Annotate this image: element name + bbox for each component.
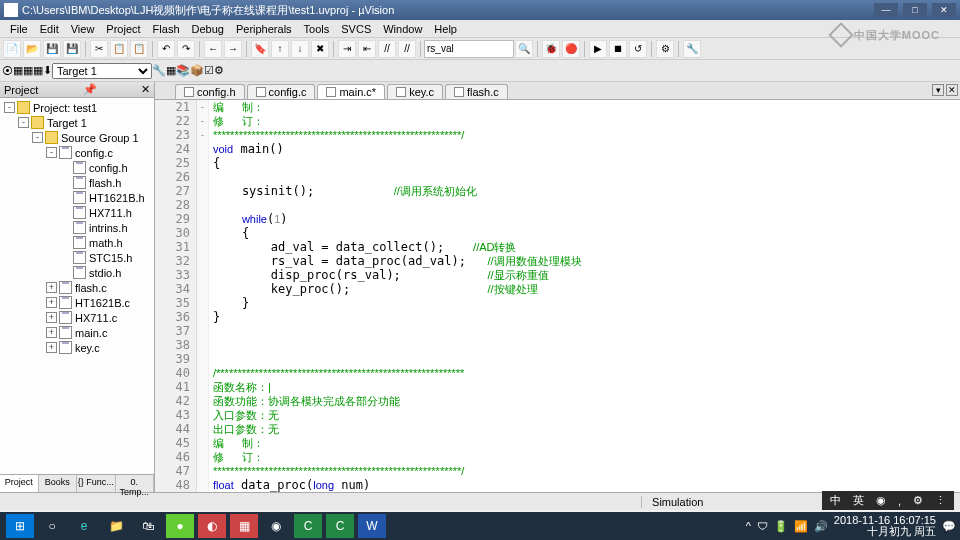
options-button[interactable]: 🔧: [152, 64, 166, 77]
ime-toolbar[interactable]: 中 英 ◉ , ⚙ ⋮: [822, 491, 954, 510]
word-icon[interactable]: W: [358, 514, 386, 538]
search-button[interactable]: ○: [38, 514, 66, 538]
tree-item[interactable]: -config.c: [2, 145, 152, 160]
manage-button[interactable]: ▦: [166, 64, 176, 77]
app4-icon[interactable]: C: [294, 514, 322, 538]
uncomment-button[interactable]: //: [398, 40, 416, 58]
minimize-button[interactable]: —: [874, 3, 898, 17]
menu-peripherals[interactable]: Peripherals: [230, 23, 298, 35]
tree-item[interactable]: HX711.h: [2, 205, 152, 220]
app3-icon[interactable]: ▦: [230, 514, 258, 538]
ime-mode[interactable]: 英: [851, 493, 866, 508]
open-button[interactable]: 📂: [23, 40, 41, 58]
app1-icon[interactable]: ●: [166, 514, 194, 538]
project-tree[interactable]: -Project: test1-Target 1-Source Group 1-…: [0, 98, 154, 474]
bookmark-button[interactable]: 🔖: [251, 40, 269, 58]
bookmark-prev-button[interactable]: ↑: [271, 40, 289, 58]
app5-icon[interactable]: C: [326, 514, 354, 538]
bookmark-clear-button[interactable]: ✖: [311, 40, 329, 58]
download-button[interactable]: ⬇: [43, 64, 52, 77]
menu-svcs[interactable]: SVCS: [335, 23, 377, 35]
maximize-button[interactable]: □: [903, 3, 927, 17]
debug-button[interactable]: 🐞: [542, 40, 560, 58]
app2-icon[interactable]: ◐: [198, 514, 226, 538]
start-button[interactable]: ⊞: [6, 514, 34, 538]
config-button[interactable]: ⚙: [656, 40, 674, 58]
tray-defender-icon[interactable]: 🛡: [757, 520, 768, 532]
translate-button[interactable]: ⦿: [2, 65, 13, 77]
indent-button[interactable]: ⇥: [338, 40, 356, 58]
tree-item[interactable]: HT1621B.h: [2, 190, 152, 205]
redo-button[interactable]: ↷: [177, 40, 195, 58]
close-panel-icon[interactable]: ✕: [141, 83, 150, 96]
undo-button[interactable]: ↶: [157, 40, 175, 58]
file-tab[interactable]: config.c: [247, 84, 316, 99]
menu-view[interactable]: View: [65, 23, 101, 35]
code-content[interactable]: 编 制： 修 订： ******************************…: [209, 100, 960, 492]
chrome-icon[interactable]: ◉: [262, 514, 290, 538]
nav-fwd-button[interactable]: →: [224, 40, 242, 58]
ime-menu-icon[interactable]: ⋮: [933, 494, 948, 507]
file-tab[interactable]: flash.c: [445, 84, 508, 99]
stop-button[interactable]: ⏹: [609, 40, 627, 58]
ime-lang[interactable]: 中: [828, 493, 843, 508]
menu-tools[interactable]: Tools: [298, 23, 336, 35]
tab-books[interactable]: Books: [39, 475, 78, 492]
explorer-icon[interactable]: 📁: [102, 514, 130, 538]
tab-functions[interactable]: {} Func...: [77, 475, 116, 492]
breakpoint-button[interactable]: 🔴: [562, 40, 580, 58]
ime-settings-icon[interactable]: ⚙: [911, 494, 925, 507]
tree-item[interactable]: -Source Group 1: [2, 130, 152, 145]
menu-file[interactable]: File: [4, 23, 34, 35]
store-icon[interactable]: 🛍: [134, 514, 162, 538]
bookmark-next-button[interactable]: ↓: [291, 40, 309, 58]
tray-wifi-icon[interactable]: 📶: [794, 520, 808, 533]
new-button[interactable]: 📄: [3, 40, 21, 58]
target-combo[interactable]: Target 1: [52, 63, 152, 79]
saveall-button[interactable]: 💾: [63, 40, 81, 58]
tree-item[interactable]: intrins.h: [2, 220, 152, 235]
unindent-button[interactable]: ⇤: [358, 40, 376, 58]
batch-build-button[interactable]: ▦: [33, 64, 43, 77]
tree-item[interactable]: math.h: [2, 235, 152, 250]
tree-item[interactable]: flash.h: [2, 175, 152, 190]
menu-project[interactable]: Project: [100, 23, 146, 35]
mng-button[interactable]: ⚙: [214, 64, 224, 77]
ime-punct[interactable]: ,: [896, 495, 903, 507]
tab-templates[interactable]: 0. Temp...: [116, 475, 155, 492]
tabnav-close[interactable]: ✕: [946, 84, 958, 96]
reset-button[interactable]: ↺: [629, 40, 647, 58]
tree-item[interactable]: stdio.h: [2, 265, 152, 280]
menu-debug[interactable]: Debug: [186, 23, 230, 35]
tray-battery-icon[interactable]: 🔋: [774, 520, 788, 533]
ime-mic-icon[interactable]: ◉: [874, 494, 888, 507]
build-button[interactable]: ▦: [13, 64, 23, 77]
menu-help[interactable]: Help: [428, 23, 463, 35]
sel-button[interactable]: ☑: [204, 64, 214, 77]
find-button[interactable]: 🔍: [515, 40, 533, 58]
tree-item[interactable]: +flash.c: [2, 280, 152, 295]
file-tab[interactable]: config.h: [175, 84, 245, 99]
menu-edit[interactable]: Edit: [34, 23, 65, 35]
tree-item[interactable]: config.h: [2, 160, 152, 175]
edge-icon[interactable]: e: [70, 514, 98, 538]
close-button[interactable]: ✕: [932, 3, 956, 17]
tab-project[interactable]: Project: [0, 475, 39, 492]
tabnav-dropdown[interactable]: ▾: [932, 84, 944, 96]
books-button[interactable]: 📚: [176, 64, 190, 77]
clock[interactable]: 2018-11-16 16:07:15 十月初九 周五: [834, 515, 936, 537]
tree-item[interactable]: +HT1621B.c: [2, 295, 152, 310]
tray-notifications-icon[interactable]: 💬: [942, 520, 956, 533]
tray-volume-icon[interactable]: 🔊: [814, 520, 828, 533]
pin-icon[interactable]: 📌: [83, 83, 97, 96]
file-tab[interactable]: main.c*: [317, 84, 385, 99]
code-editor[interactable]: 21 22 23 24 25 26 27 28 29 30 31 32 33 3…: [155, 100, 960, 492]
packs-button[interactable]: 📦: [190, 64, 204, 77]
tree-item[interactable]: +HX711.c: [2, 310, 152, 325]
paste-button[interactable]: 📋: [130, 40, 148, 58]
system-tray[interactable]: ^ 🛡 🔋 📶 🔊 2018-11-16 16:07:15 十月初九 周五 💬: [746, 515, 956, 537]
copy-button[interactable]: 📋: [110, 40, 128, 58]
tree-item[interactable]: STC15.h: [2, 250, 152, 265]
menu-window[interactable]: Window: [377, 23, 428, 35]
file-tab[interactable]: key.c: [387, 84, 443, 99]
